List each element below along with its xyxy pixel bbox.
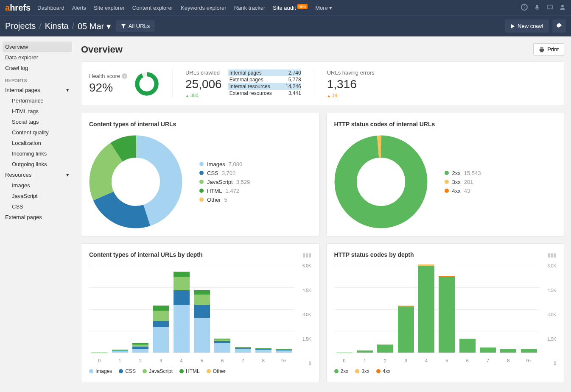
urls-crawled-change: 380 bbox=[185, 93, 222, 98]
breadcrumb-date[interactable]: 05 Mar ▾ bbox=[78, 21, 111, 31]
sidebar-reports-header: REPORTS bbox=[0, 73, 74, 85]
subbar: Projects / Kinsta / 05 Mar ▾ All URLs Ne… bbox=[0, 15, 571, 36]
sidebar-resources[interactable]: Resources ▾ bbox=[0, 170, 74, 180]
sidebar-social-tags[interactable]: Social tags bbox=[0, 117, 74, 127]
breakdown-row[interactable]: External pages5,778 bbox=[228, 76, 301, 83]
new-crawl-button[interactable]: New crawl bbox=[505, 19, 549, 33]
breakdown-row[interactable]: Internal resources14,246 bbox=[228, 83, 301, 90]
bar-column[interactable] bbox=[459, 339, 476, 353]
chat-icon[interactable] bbox=[546, 4, 553, 12]
bell-icon[interactable] bbox=[534, 4, 540, 12]
sidebar-internal-pages[interactable]: Internal pages ▾ bbox=[0, 85, 74, 95]
sidebar-overview[interactable]: Overview bbox=[3, 42, 72, 52]
print-button[interactable]: Print bbox=[533, 43, 564, 56]
breadcrumb: Projects / Kinsta / 05 Mar ▾ bbox=[5, 21, 111, 31]
filter-button[interactable]: All URLs bbox=[116, 20, 155, 32]
donut-content-types bbox=[89, 135, 182, 228]
legend-item[interactable]: HTML 1,472 bbox=[199, 186, 250, 195]
help-icon[interactable]: ? bbox=[122, 73, 127, 79]
legend-item[interactable]: 3xx 201 bbox=[445, 178, 481, 186]
legend-item[interactable]: Images 7,080 bbox=[199, 160, 250, 169]
breakdown-row[interactable]: Internal pages2,740 bbox=[228, 70, 301, 76]
topnav-rank-tracker[interactable]: Rank tracker bbox=[234, 5, 266, 11]
legend-content-types: Images 7,080CSS 3,702JavaScript 3,529HTM… bbox=[199, 160, 250, 204]
legend-item[interactable]: HTML bbox=[179, 368, 200, 374]
legend-item[interactable]: 4xx 43 bbox=[445, 186, 481, 195]
breakdown-row[interactable]: External resources3,441 bbox=[228, 90, 301, 97]
content: Overview Print Health score? 92% URLs cr bbox=[74, 36, 571, 392]
bar-column[interactable] bbox=[398, 306, 414, 353]
svg-point-11 bbox=[118, 164, 154, 200]
bar-column[interactable] bbox=[480, 348, 496, 353]
topnav-more[interactable]: More ▾ bbox=[315, 5, 332, 11]
barchart-content-depth: 01.5K3.0K4.5K6.0K0123456789+ bbox=[89, 266, 311, 363]
topnav-keywords-explorer[interactable]: Keywords explorer bbox=[181, 5, 227, 11]
user-icon[interactable] bbox=[559, 4, 566, 12]
sidebar-localization[interactable]: Localization bbox=[0, 138, 74, 148]
topnav-dashboard[interactable]: Dashboard bbox=[37, 5, 64, 11]
bar-column[interactable] bbox=[500, 349, 516, 353]
topnav-site-audit[interactable]: Site auditNEW bbox=[273, 5, 308, 11]
barchart-http-depth: 01.5K3.0K4.5K6.0K0123456789+ bbox=[334, 266, 557, 363]
bar-column[interactable] bbox=[521, 349, 537, 353]
bar-column[interactable] bbox=[357, 350, 373, 353]
chart-icon[interactable]: ▮▮▮ bbox=[302, 252, 311, 258]
legend-http-codes: 2xx 15,5433xx 2014xx 43 bbox=[445, 169, 481, 195]
chevron-down-icon: ▾ bbox=[106, 22, 111, 31]
legend-item[interactable]: JavaScript 3,529 bbox=[199, 178, 250, 186]
sidebar: OverviewData explorerCrawl log REPORTS I… bbox=[0, 36, 74, 392]
bar-column[interactable] bbox=[418, 264, 434, 353]
legend-item[interactable]: CSS bbox=[119, 368, 136, 374]
topnav-alerts[interactable]: Alerts bbox=[72, 5, 86, 11]
gear-icon bbox=[556, 22, 562, 28]
breadcrumb-project[interactable]: Kinsta bbox=[45, 21, 69, 31]
bar-column[interactable] bbox=[112, 350, 128, 353]
metric-health: Health score? 92% bbox=[89, 70, 173, 98]
summary-card: Health score? 92% URLs crawled 25,006 38… bbox=[81, 61, 564, 106]
sidebar-data-explorer[interactable]: Data explorer bbox=[0, 52, 74, 63]
topnav-site-explorer[interactable]: Site explorer bbox=[94, 5, 125, 11]
sidebar-images[interactable]: Images bbox=[0, 180, 74, 191]
topnav-content-explorer[interactable]: Content explorer bbox=[132, 5, 173, 11]
bar-column[interactable] bbox=[235, 347, 251, 353]
legend-item[interactable]: Images bbox=[89, 368, 112, 374]
new-badge: NEW bbox=[297, 4, 308, 9]
legend-item[interactable]: 2xx bbox=[334, 368, 349, 374]
legend-item[interactable]: 4xx bbox=[376, 368, 391, 374]
sidebar-incoming-links[interactable]: Incoming links bbox=[0, 148, 74, 159]
bar-column[interactable] bbox=[174, 272, 190, 353]
bar-column[interactable] bbox=[255, 348, 272, 353]
svg-rect-2 bbox=[547, 5, 552, 9]
legend-item[interactable]: Other bbox=[207, 368, 226, 374]
metric-urls-crawled: URLs crawled 25,006 380 Internal pages2,… bbox=[185, 70, 314, 98]
bar-column[interactable] bbox=[439, 276, 455, 353]
legend-item[interactable]: CSS 3,702 bbox=[199, 169, 250, 178]
legend-item[interactable]: Other 5 bbox=[199, 195, 250, 204]
chart-icon[interactable]: ▮▮▮ bbox=[547, 252, 556, 258]
sidebar-external-pages[interactable]: External pages bbox=[0, 212, 74, 222]
legend-item[interactable]: 2xx 15,543 bbox=[445, 169, 481, 178]
bar-column[interactable] bbox=[214, 339, 230, 353]
legend-item[interactable]: 3xx bbox=[355, 368, 369, 374]
filter-icon bbox=[121, 24, 126, 29]
logo[interactable]: ahrefs bbox=[5, 3, 31, 13]
breadcrumb-projects[interactable]: Projects bbox=[5, 21, 36, 31]
bar-column[interactable] bbox=[276, 349, 292, 353]
help-icon[interactable]: ? bbox=[521, 4, 528, 12]
sidebar-css[interactable]: CSS bbox=[0, 201, 74, 212]
sidebar-performance[interactable]: Performance bbox=[0, 95, 74, 106]
bar-column[interactable] bbox=[194, 290, 210, 353]
bar-column[interactable] bbox=[377, 345, 393, 353]
bar-column[interactable] bbox=[153, 306, 169, 353]
sidebar-crawl-log[interactable]: Crawl log bbox=[0, 63, 74, 73]
sidebar-html-tags[interactable]: HTML tags bbox=[0, 106, 74, 117]
legend-item[interactable]: JavaScript bbox=[143, 368, 173, 374]
bar-column[interactable] bbox=[132, 343, 148, 353]
settings-button[interactable] bbox=[552, 19, 566, 33]
sidebar-outgoing-links[interactable]: Outgoing links bbox=[0, 159, 74, 170]
sidebar-javascript[interactable]: JavaScript bbox=[0, 191, 74, 201]
print-icon bbox=[539, 47, 545, 53]
panel-http-codes: HTTP status codes of internal URLs 2xx 1… bbox=[326, 113, 565, 236]
panel-content-depth: Content types of internal URLs by depth … bbox=[81, 243, 319, 382]
sidebar-content-quality[interactable]: Content quality bbox=[0, 127, 74, 138]
